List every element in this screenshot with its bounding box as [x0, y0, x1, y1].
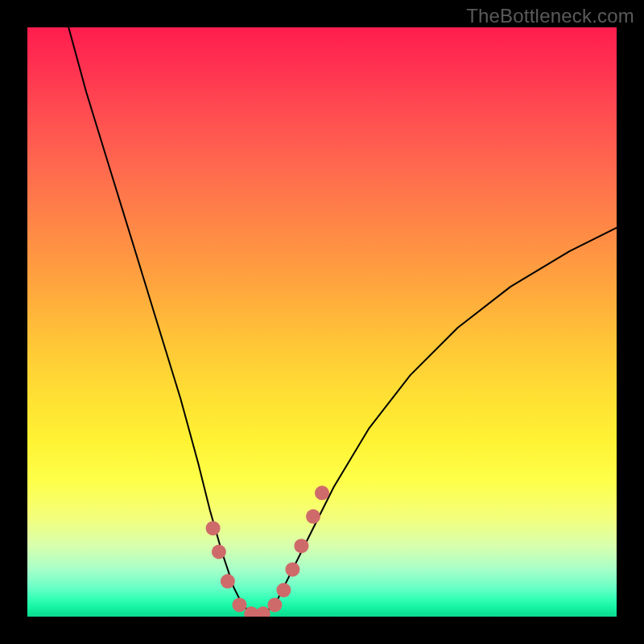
highlight-dot — [212, 545, 226, 559]
chart-frame: TheBottleneck.com — [0, 0, 644, 644]
highlight-dot — [206, 521, 221, 535]
highlight-dot — [233, 597, 247, 612]
highlight-dot — [294, 539, 308, 553]
highlight-dot — [221, 574, 235, 588]
plot-area — [27, 27, 617, 617]
watermark-text: TheBottleneck.com — [466, 5, 634, 27]
highlight-dot — [256, 606, 270, 617]
curve-svg — [27, 27, 617, 617]
highlight-dot — [285, 562, 299, 576]
highlight-dot — [276, 583, 291, 597]
bottleneck-curve — [68, 27, 617, 613]
highlight-dot — [306, 510, 320, 524]
highlight-dot — [315, 485, 329, 500]
highlight-dot — [267, 597, 282, 612]
highlight-dots — [206, 485, 329, 617]
bottleneck-curve-path — [68, 27, 617, 613]
